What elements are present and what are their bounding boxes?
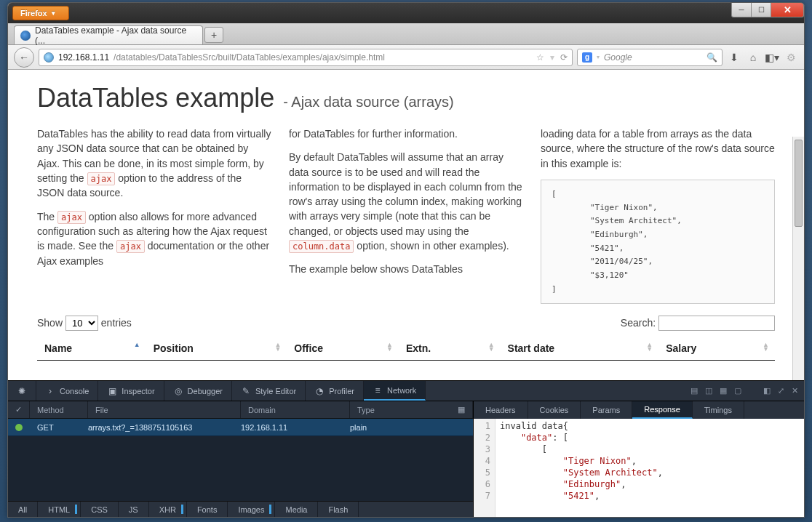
devtools-tab-debugger[interactable]: ◎Debugger <box>164 381 232 401</box>
resp-tab-timings[interactable]: Timings <box>693 401 744 419</box>
maximize-button[interactable]: ☐ <box>751 3 771 17</box>
page-heading: DataTables example - Ajax data source (a… <box>37 83 775 113</box>
filter-css[interactable]: CSS <box>81 502 119 517</box>
search-icon[interactable]: 🔍 <box>706 52 717 63</box>
code-ajax: ajax <box>87 172 116 185</box>
response-body[interactable]: 1234567 invalid data{ "data": [ [ "Tiger… <box>474 419 804 517</box>
filter-html[interactable]: HTML <box>38 502 81 517</box>
window-controls: ─ ☐ ✕ <box>732 3 804 23</box>
response-tabs: Headers Cookies Params Response Timings <box>474 401 804 419</box>
debugger-icon: ◎ <box>173 386 183 396</box>
nh-status[interactable]: ✓ <box>8 401 30 418</box>
page-viewport: DataTables example - Ajax data source (a… <box>8 70 804 380</box>
devtools-panel: ✺ ›Console ▣Inspector ◎Debugger ✎Style E… <box>8 380 804 517</box>
th-extn[interactable]: Extn.▲▼ <box>399 337 501 361</box>
responsive-icon[interactable]: ▤ <box>690 386 698 395</box>
resp-tab-headers[interactable]: Headers <box>474 401 528 419</box>
devtools-body: ✓ Method File Domain Type▦ GET arrays.tx… <box>8 401 804 517</box>
devtools-close-icon[interactable]: ✕ <box>792 386 798 395</box>
url-path: /datatables/DataTablesSrc/built/DataTabl… <box>114 52 385 63</box>
navigation-toolbar: ← 192.168.1.11/datatables/DataTablesSrc/… <box>8 45 804 70</box>
data-table: Name▲ Position▲▼ Office▲▼ Extn.▲▼ Start … <box>37 337 775 361</box>
filter-xhr[interactable]: XHR <box>149 502 187 517</box>
filter-media[interactable]: Media <box>275 502 318 517</box>
resp-tab-response[interactable]: Response <box>632 401 693 419</box>
intro-col-3: loading data for a table from arrays as … <box>541 127 775 304</box>
highlight-icon[interactable]: ▢ <box>734 386 741 395</box>
th-position[interactable]: Position▲▼ <box>146 337 287 361</box>
filter-js[interactable]: JS <box>119 502 149 517</box>
th-salary[interactable]: Salary▲▼ <box>658 337 775 361</box>
devtools-tab-profiler[interactable]: ◔Profiler <box>306 381 364 401</box>
back-button[interactable]: ← <box>14 47 34 68</box>
nh-type[interactable]: Type▦ <box>350 401 473 418</box>
close-button[interactable]: ✕ <box>771 3 804 17</box>
devtools-tab-styleeditor[interactable]: ✎Style Editor <box>232 381 306 401</box>
datatable-search-input[interactable] <box>658 316 775 331</box>
chevron-right-icon: › <box>45 386 55 396</box>
bookmarks-menu-icon[interactable]: ◧▾ <box>765 50 779 65</box>
nh-method[interactable]: Method <box>30 401 88 418</box>
resp-tab-cookies[interactable]: Cookies <box>528 401 581 419</box>
resp-tab-params[interactable]: Params <box>581 401 632 419</box>
network-details-panel: Headers Cookies Params Response Timings … <box>474 401 804 517</box>
reload-icon[interactable]: ⟳ <box>560 52 568 63</box>
search-control: Search: <box>621 316 775 331</box>
devtools-tab-inspector[interactable]: ▣Inspector <box>98 381 164 401</box>
popout-icon[interactable]: ⤢ <box>778 386 784 395</box>
home-icon[interactable]: ⌂ <box>746 50 760 65</box>
dock-side-icon[interactable]: ◧ <box>763 386 771 395</box>
status-dot-icon <box>15 424 23 431</box>
filter-flash[interactable]: Flash <box>318 502 359 517</box>
browser-window: Firefox ─ ☐ ✕ DataTables example - Ajax … <box>7 2 805 518</box>
th-startdate[interactable]: Start date▲▼ <box>501 337 659 361</box>
devtools-options-button[interactable]: ✺ <box>8 381 36 401</box>
favicon-icon <box>20 31 31 41</box>
network-request-list: ✓ Method File Domain Type▦ GET arrays.tx… <box>8 401 474 517</box>
filter-fonts[interactable]: Fonts <box>187 502 228 517</box>
network-request-row[interactable]: GET arrays.txt?_=1388751105163 192.168.1… <box>8 419 473 436</box>
google-icon: g <box>582 52 592 63</box>
network-icon: ≡ <box>373 385 383 395</box>
scrollbar-thumb[interactable] <box>795 140 803 227</box>
search-box[interactable]: g ▾ Google 🔍 <box>577 49 723 66</box>
code-columndata: column.data <box>289 240 354 253</box>
bookmark-icon[interactable]: ☆ <box>536 52 544 63</box>
length-select[interactable]: 10 <box>65 316 98 331</box>
columns-icon[interactable]: ▦ <box>458 405 465 414</box>
network-headers-row: ✓ Method File Domain Type▦ <box>8 401 473 419</box>
globe-icon <box>44 52 54 63</box>
req-domain: 192.168.1.11 <box>234 423 343 432</box>
vertical-scrollbar[interactable] <box>792 137 804 380</box>
intro-col-1: DataTables has the ability to read data … <box>37 127 271 304</box>
code-ajax: ajax <box>116 240 145 253</box>
firefox-menu-button[interactable]: Firefox <box>12 6 69 20</box>
paint-icon[interactable]: ▦ <box>720 386 727 395</box>
filter-all[interactable]: All <box>8 502 38 517</box>
devtools-tab-network[interactable]: ≡Network <box>364 381 426 401</box>
tab-title: DataTables example - Ajax data source (.… <box>35 25 196 46</box>
response-code: invalid data{ "data": [ [ "Tiger Nixon",… <box>495 419 804 517</box>
addon-icon[interactable]: ⚙ <box>784 50 798 65</box>
nh-domain[interactable]: Domain <box>241 401 350 418</box>
filter-images[interactable]: Images <box>228 502 275 517</box>
page-title: DataTables example <box>37 83 274 113</box>
th-office[interactable]: Office▲▼ <box>287 337 399 361</box>
edit-icon: ✎ <box>241 386 251 396</box>
downloads-icon[interactable]: ⬇ <box>727 50 741 65</box>
devtools-tab-console[interactable]: ›Console <box>36 381 98 401</box>
address-bar[interactable]: 192.168.1.11/datatables/DataTablesSrc/bu… <box>39 49 573 66</box>
th-name[interactable]: Name▲ <box>37 337 146 361</box>
page-subtitle: - Ajax data source (arrays) <box>283 94 454 111</box>
nh-file[interactable]: File <box>88 401 241 418</box>
req-type: plain <box>343 423 374 432</box>
browser-tab-active[interactable]: DataTables example - Ajax data source (.… <box>14 25 203 44</box>
gear-icon: ✺ <box>17 386 27 396</box>
length-control: Show 10 entries <box>37 316 132 331</box>
window-titlebar: Firefox ─ ☐ ✕ <box>8 3 804 23</box>
datatable-controls: Show 10 entries Search: <box>37 316 775 331</box>
scratchpad-icon[interactable]: ◫ <box>705 386 712 395</box>
new-tab-button[interactable]: + <box>204 27 223 43</box>
minimize-button[interactable]: ─ <box>731 3 752 17</box>
req-method: GET <box>30 423 81 432</box>
